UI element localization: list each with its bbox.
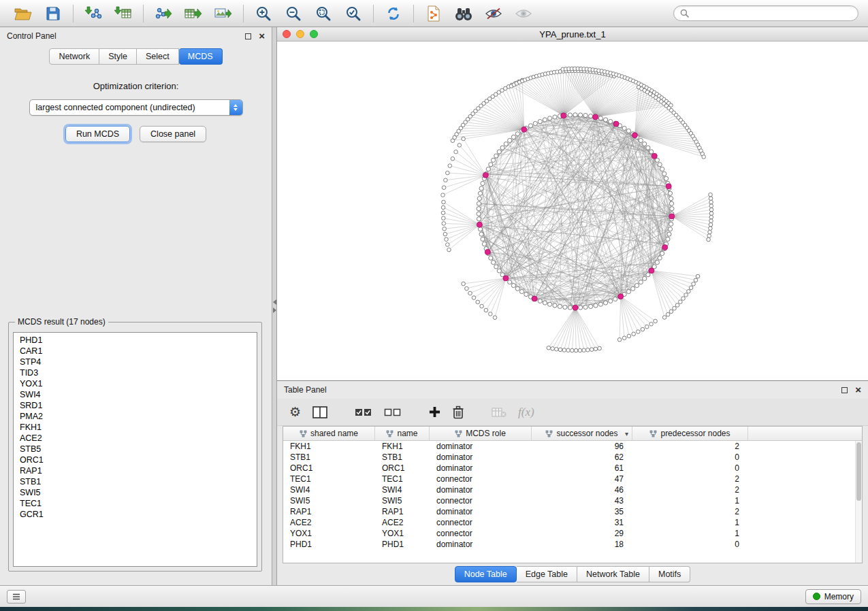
column-header-name[interactable]: name xyxy=(375,427,430,440)
hide-selected-button[interactable] xyxy=(480,3,507,24)
zoom-in-button[interactable] xyxy=(250,3,277,24)
tab-edge-table[interactable]: Edge Table xyxy=(517,566,577,582)
table-row[interactable]: PHD1PHD1dominator180 xyxy=(283,539,862,550)
zoom-out-icon xyxy=(285,5,302,22)
table-row[interactable]: ACE2ACE2connector311 xyxy=(283,517,862,528)
window-minimize-button[interactable] xyxy=(296,30,304,38)
table-row[interactable]: YOX1YOX1connector291 xyxy=(283,528,862,539)
network-graph[interactable] xyxy=(277,42,868,380)
splitter-expand-right-icon[interactable] xyxy=(273,308,276,313)
export-table-button[interactable] xyxy=(180,3,207,24)
mcds-result-item[interactable]: RAP1 xyxy=(20,465,257,476)
column-header-label: MCDS role xyxy=(466,429,506,438)
mcds-result-item[interactable]: SWI4 xyxy=(20,389,257,400)
mcds-result-item[interactable]: SWI5 xyxy=(20,487,257,498)
save-session-button[interactable] xyxy=(39,3,67,24)
function-builder-button[interactable]: f(x) xyxy=(518,406,534,419)
table-row[interactable]: ORC1ORC1dominator610 xyxy=(283,463,862,474)
show-all-button[interactable] xyxy=(510,3,537,24)
mcds-result-item[interactable]: GCR1 xyxy=(20,509,257,520)
mcds-result-item[interactable]: SRD1 xyxy=(20,400,257,411)
table-row[interactable]: RAP1RAP1dominator352 xyxy=(283,506,862,517)
import-table-button[interactable] xyxy=(110,3,137,24)
column-header-mcds-role[interactable]: MCDS role xyxy=(430,427,532,440)
mcds-result-item[interactable]: FKH1 xyxy=(20,422,257,433)
column-header-predecessor-nodes[interactable]: predecessor nodes xyxy=(632,427,748,440)
export-network-icon xyxy=(155,5,172,22)
table-cell: YOX1 xyxy=(375,529,430,538)
zoom-fit-button[interactable] xyxy=(310,3,337,24)
share-document-button[interactable] xyxy=(420,3,447,24)
table-cell: 96 xyxy=(532,442,632,451)
apply-layout-button[interactable] xyxy=(380,3,407,24)
tab-network[interactable]: Network xyxy=(49,48,99,65)
run-mcds-button[interactable]: Run MCDS xyxy=(65,126,130,142)
find-button[interactable] xyxy=(450,3,477,24)
tab-network-table[interactable]: Network Table xyxy=(577,566,649,582)
select-all-columns-button[interactable] xyxy=(355,407,372,418)
window-maximize-button[interactable] xyxy=(310,30,318,38)
mcds-result-item[interactable]: PMA2 xyxy=(20,411,257,422)
column-header-successor-nodes[interactable]: successor nodes▾ xyxy=(532,427,632,440)
table-row[interactable]: TEC1TEC1connector472 xyxy=(283,474,862,484)
delete-column-button[interactable] xyxy=(452,406,464,419)
table-cell: 2 xyxy=(632,474,748,484)
panel-splitter[interactable] xyxy=(272,27,277,585)
open-session-button[interactable] xyxy=(10,3,37,24)
attribute-sort-icon xyxy=(649,430,657,437)
global-search-input[interactable] xyxy=(693,9,852,18)
window-close-button[interactable] xyxy=(283,30,291,38)
zoom-out-button[interactable] xyxy=(280,3,307,24)
create-column-button[interactable] xyxy=(429,406,440,418)
dropdown-stepper-icon xyxy=(229,100,242,115)
table-row[interactable]: STB1STB1dominator620 xyxy=(283,452,862,463)
import-network-button[interactable] xyxy=(80,3,107,24)
show-columns-button[interactable] xyxy=(312,406,327,418)
mcds-result-list[interactable]: PHD1CAR1STP4TID3YOX1SWI4SRD1PMA2FKH1ACE2… xyxy=(13,332,257,567)
tab-style[interactable]: Style xyxy=(99,48,137,65)
table-scrollbar[interactable] xyxy=(855,441,862,563)
export-network-button[interactable] xyxy=(150,3,177,24)
table-panel-close-button[interactable]: × xyxy=(855,386,861,393)
mcds-result-item[interactable]: ORC1 xyxy=(20,455,257,465)
mcds-result-item[interactable]: PHD1 xyxy=(20,335,257,346)
table-panel-float-button[interactable] xyxy=(841,387,848,393)
mcds-result-item[interactable]: ACE2 xyxy=(20,433,257,444)
table-scrollbar-thumb[interactable] xyxy=(856,442,861,501)
network-canvas[interactable] xyxy=(277,42,868,380)
control-panel-close-button[interactable]: × xyxy=(259,33,265,39)
control-panel-float-button[interactable] xyxy=(245,33,251,39)
mcds-result-item[interactable]: STB1 xyxy=(20,476,257,487)
export-image-button[interactable] xyxy=(210,3,237,24)
global-search-box[interactable] xyxy=(673,5,858,21)
table-row[interactable]: SWI4SWI4dominator462 xyxy=(283,484,862,495)
status-menu-button[interactable] xyxy=(7,590,26,604)
tab-mcds[interactable]: MCDS xyxy=(179,48,223,65)
memory-button[interactable]: Memory xyxy=(805,589,861,604)
close-panel-button[interactable]: Close panel xyxy=(140,126,206,142)
criterion-dropdown[interactable]: largest connected component (undirected) xyxy=(29,99,243,116)
tab-select[interactable]: Select xyxy=(137,48,179,65)
import-table-disabled-button[interactable] xyxy=(492,407,507,418)
zoom-selected-button[interactable] xyxy=(340,3,367,24)
mcds-result-item[interactable]: TEC1 xyxy=(20,498,257,509)
mcds-result-item[interactable]: YOX1 xyxy=(20,378,257,389)
mcds-result-item[interactable]: TID3 xyxy=(20,367,257,378)
tab-node-table[interactable]: Node Table xyxy=(455,566,517,582)
table-cell: STB1 xyxy=(283,452,375,462)
tab-motifs[interactable]: Motifs xyxy=(649,566,690,582)
network-window-titlebar: YPA_prune.txt_1 xyxy=(277,27,868,42)
table-row[interactable]: FKH1FKH1dominator962 xyxy=(283,441,862,452)
deselect-all-columns-button[interactable] xyxy=(384,407,402,418)
node-table: shared namenameMCDS rolesuccessor nodes▾… xyxy=(283,426,863,563)
table-cell: TEC1 xyxy=(375,474,430,484)
splitter-collapse-left-icon[interactable] xyxy=(273,299,276,305)
table-settings-button[interactable]: ⚙ xyxy=(289,406,301,418)
column-sort-arrow-icon[interactable]: ▾ xyxy=(625,430,628,437)
table-row[interactable]: SWI5SWI5connector431 xyxy=(283,495,862,506)
mcds-result-item[interactable]: STP4 xyxy=(20,357,257,367)
mcds-result-item[interactable]: CAR1 xyxy=(20,346,257,357)
column-header-label: predecessor nodes xyxy=(660,429,730,438)
mcds-result-item[interactable]: STB5 xyxy=(20,444,257,455)
column-header-shared-name[interactable]: shared name xyxy=(283,427,375,440)
